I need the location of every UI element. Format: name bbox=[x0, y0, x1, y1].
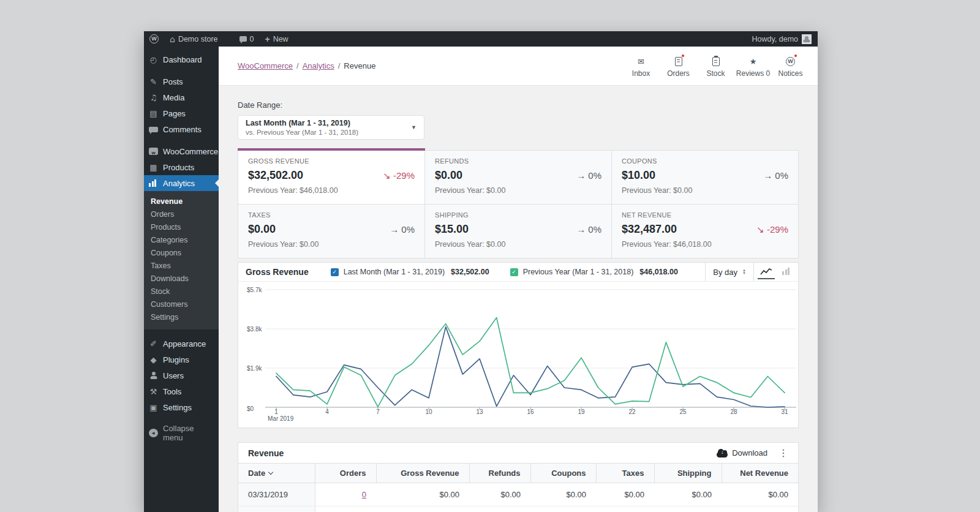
breadcrumb-separator: / bbox=[338, 61, 341, 70]
new-content-menu[interactable]: + New bbox=[259, 31, 293, 47]
browser-viewport: W ⌂ Demo store 0 + New Howdy, demo ◴Dash… bbox=[144, 31, 818, 512]
svg-text:$1.9k: $1.9k bbox=[247, 365, 262, 372]
svg-text:16: 16 bbox=[527, 408, 534, 415]
date-sort-control[interactable]: Date bbox=[248, 469, 305, 478]
sidebar-item-label: WooCommerce bbox=[163, 147, 218, 156]
sidebar-item-label: Tools bbox=[163, 387, 181, 396]
sidebar-item-appearance[interactable]: ✐Appearance bbox=[144, 336, 219, 352]
submenu-item-revenue[interactable]: Revenue bbox=[144, 195, 219, 208]
line-chart-button[interactable] bbox=[758, 265, 775, 279]
stock-icon bbox=[712, 57, 720, 66]
comments-shortcut[interactable]: 0 bbox=[234, 31, 260, 47]
activity-icon-wrap: ✉ bbox=[638, 56, 644, 67]
sidebar-item-woocommerce[interactable]: wWooCommerce bbox=[144, 143, 219, 159]
sidebar-item-pages[interactable]: ▤Pages bbox=[144, 105, 219, 121]
chart-panel: Gross Revenue ✓Last Month (Mar 1 - 31, 2… bbox=[238, 262, 799, 428]
sidebar-item-tools[interactable]: ⚒Tools bbox=[144, 383, 219, 399]
cell-value: $0.00 bbox=[469, 506, 530, 512]
sidebar-item-analytics[interactable]: Analytics bbox=[144, 175, 219, 191]
sidebar-item-users[interactable]: Users bbox=[144, 367, 219, 383]
reviews-star-icon: ★ bbox=[750, 58, 757, 66]
submenu-item-categories[interactable]: Categories bbox=[144, 234, 219, 247]
submenu-item-coupons[interactable]: Coupons bbox=[144, 247, 219, 260]
download-button[interactable]: ↓ Download bbox=[717, 448, 767, 457]
collapse-menu-button[interactable]: ◀ Collapse menu bbox=[144, 425, 219, 441]
summary-card-gross-revenue[interactable]: GROSS REVENUE$32,502.00↘ -29%Previous Ye… bbox=[238, 151, 424, 204]
activity-panel-tabs: ✉InboxOrdersStock★Reviews 0WNotices bbox=[622, 54, 809, 78]
sidebar-item-label: Dashboard bbox=[163, 55, 202, 64]
sidebar-item-products[interactable]: ▦Products bbox=[144, 159, 219, 175]
posts-icon: ✎ bbox=[149, 78, 158, 86]
bar-chart-button[interactable] bbox=[777, 265, 794, 279]
sidebar-item-label: Appearance bbox=[163, 339, 206, 348]
column-header-refunds: Refunds bbox=[469, 464, 530, 483]
summary-card-label: REFUNDS bbox=[435, 157, 601, 165]
site-name-link[interactable]: ⌂ Demo store bbox=[164, 31, 224, 47]
chart-header: Gross Revenue ✓Last Month (Mar 1 - 31, 2… bbox=[238, 263, 798, 282]
submenu-item-downloads[interactable]: Downloads bbox=[144, 273, 219, 285]
date-range-select[interactable]: Last Month (Mar 1 - 31, 2019) vs. Previo… bbox=[238, 115, 424, 140]
submenu-item-settings[interactable]: Settings bbox=[144, 311, 219, 324]
wp-logo-menu[interactable]: W bbox=[144, 31, 164, 47]
summary-card-delta: → 0% bbox=[390, 224, 415, 235]
svg-text:31: 31 bbox=[782, 408, 789, 415]
summary-card-value-row: $32,502.00↘ -29% bbox=[248, 169, 415, 182]
activity-tab-label: Inbox bbox=[632, 69, 650, 78]
svg-text:Mar 2019: Mar 2019 bbox=[268, 415, 294, 422]
sidebar-item-comments[interactable]: Comments bbox=[144, 121, 219, 137]
summary-card-taxes[interactable]: TAXES$0.00→ 0%Previous Year: $0.00 bbox=[238, 205, 424, 258]
cell-value: $0.00 bbox=[530, 506, 596, 512]
submenu-item-taxes[interactable]: Taxes bbox=[144, 260, 219, 273]
legend-item-0[interactable]: ✓Last Month (Mar 1 - 31, 2019)$32,502.00 bbox=[331, 268, 489, 276]
activity-tab-orders[interactable]: Orders bbox=[660, 54, 697, 78]
notification-dot bbox=[794, 54, 797, 58]
pages-icon: ▤ bbox=[149, 110, 158, 118]
summary-card-shipping[interactable]: SHIPPING$15.00→ 0%Previous Year: $0.00 bbox=[425, 205, 611, 258]
summary-card-value: $15.00 bbox=[435, 223, 469, 236]
tools-icon: ⚒ bbox=[149, 388, 158, 396]
activity-tab-reviews-0[interactable]: ★Reviews 0 bbox=[734, 54, 772, 78]
cell-value: $0.00 bbox=[376, 506, 469, 512]
sidebar-item-media[interactable]: ♫Media bbox=[144, 89, 219, 105]
sidebar-item-posts[interactable]: ✎Posts bbox=[144, 73, 219, 89]
column-header-date[interactable]: Date bbox=[238, 464, 315, 483]
activity-tab-stock[interactable]: Stock bbox=[697, 54, 734, 78]
wordpress-logo-icon: W bbox=[149, 34, 159, 43]
summary-card-net-revenue[interactable]: NET REVENUE$32,487.00↘ -29%Previous Year… bbox=[612, 205, 798, 258]
summary-card-refunds[interactable]: REFUNDS$0.00→ 0%Previous Year: $0.00 bbox=[425, 151, 611, 204]
summary-card-coupons[interactable]: COUPONS$10.00→ 0%Previous Year: $0.00 bbox=[612, 151, 798, 204]
sidebar-item-settings[interactable]: ▣Settings bbox=[144, 399, 219, 415]
interval-stepper-icon: ▲▼ bbox=[742, 269, 746, 275]
dashboard-icon: ◴ bbox=[149, 56, 158, 64]
sidebar-item-dashboard[interactable]: ◴Dashboard bbox=[144, 51, 219, 67]
legend-checkbox: ✓ bbox=[510, 268, 518, 276]
summary-card-label: NET REVENUE bbox=[622, 211, 788, 219]
analytics-submenu: RevenueOrdersProductsCategoriesCouponsTa… bbox=[144, 191, 219, 329]
howdy-account-link[interactable]: Howdy, demo bbox=[752, 35, 799, 43]
submenu-item-orders[interactable]: Orders bbox=[144, 208, 219, 221]
submenu-item-stock[interactable]: Stock bbox=[144, 285, 219, 298]
submenu-item-customers[interactable]: Customers bbox=[144, 298, 219, 311]
breadcrumb-woocommerce[interactable]: WooCommerce bbox=[238, 61, 293, 70]
summary-card-value: $0.00 bbox=[435, 169, 462, 182]
comment-bubble-icon bbox=[239, 36, 247, 42]
table-title: Revenue bbox=[248, 448, 284, 458]
summary-card-label: COUPONS bbox=[622, 157, 788, 165]
cell-orders: 0 bbox=[315, 506, 376, 512]
legend-item-1[interactable]: ✓Previous Year (Mar 1 - 31, 2018)$46,018… bbox=[510, 268, 678, 276]
sidebar-item-plugins[interactable]: ◆Plugins bbox=[144, 352, 219, 367]
user-avatar[interactable] bbox=[802, 34, 812, 44]
activity-tab-notices[interactable]: WNotices bbox=[772, 54, 809, 78]
sidebar-item-label: Media bbox=[163, 93, 184, 102]
submenu-item-products[interactable]: Products bbox=[144, 221, 219, 234]
summary-card-delta: ↘ -29% bbox=[756, 224, 788, 235]
orders-count-link[interactable]: 0 bbox=[362, 490, 366, 499]
activity-tab-inbox[interactable]: ✉Inbox bbox=[622, 54, 660, 78]
woocommerce-icon: w bbox=[149, 148, 158, 155]
revenue-table: DateOrdersGross RevenueRefundsCouponsTax… bbox=[238, 463, 798, 512]
date-range-secondary: vs. Previous Year (Mar 1 - 31, 2018) bbox=[246, 128, 417, 137]
table-menu-kebab-icon[interactable]: ⋮ bbox=[778, 448, 788, 458]
plugins-icon: ◆ bbox=[149, 356, 158, 364]
interval-select[interactable]: By day ▲▼ bbox=[705, 263, 753, 281]
breadcrumb-analytics[interactable]: Analytics bbox=[303, 61, 334, 70]
